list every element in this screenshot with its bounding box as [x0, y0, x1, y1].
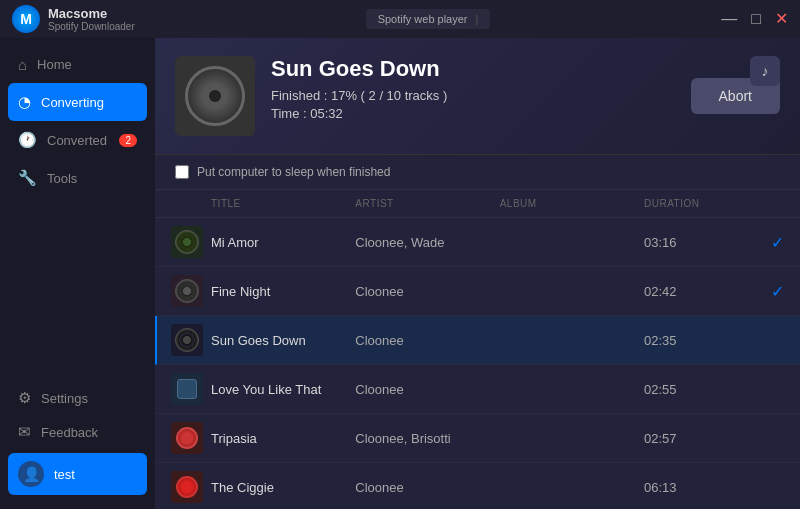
- album-art-disc: [185, 66, 245, 126]
- app-subtitle: Spotify Downloader: [48, 21, 135, 32]
- track-name: The Ciggie: [211, 480, 274, 495]
- track-thumb-cell: [171, 373, 211, 405]
- track-title-cell: Sun Goes Down: [211, 333, 355, 348]
- sidebar-item-settings-label: Settings: [41, 391, 88, 406]
- track-list: TITLE ARTIST ALBUM DURATION Mi Amor Cloo…: [155, 190, 800, 509]
- sidebar-item-home[interactable]: ⌂ Home: [0, 46, 155, 83]
- spotify-label: Spotify web player: [378, 13, 468, 25]
- track-title-cell: Mi Amor: [211, 235, 355, 250]
- track-status: ✓: [744, 233, 784, 252]
- sidebar-spacer: [0, 197, 155, 381]
- home-icon: ⌂: [18, 56, 27, 73]
- sidebar-item-tools-label: Tools: [47, 171, 77, 186]
- converting-icon: ◔: [18, 93, 31, 111]
- titlebar-controls: — □ ✕: [721, 11, 788, 27]
- minimize-button[interactable]: —: [721, 11, 737, 27]
- track-thumb-cell: [171, 324, 211, 356]
- sidebar-item-feedback[interactable]: ✉ Feedback: [0, 415, 155, 449]
- track-artist: Cloonee, Wade: [355, 235, 499, 250]
- track-title-cell: The Ciggie: [211, 480, 355, 495]
- track-row[interactable]: Tripasia Cloonee, Brisotti 02:57: [155, 414, 800, 463]
- track-row[interactable]: Mi Amor Cloonee, Wade 03:16 ✓: [155, 218, 800, 267]
- avatar: 👤: [18, 461, 44, 487]
- track-name: Love You Like That: [211, 382, 321, 397]
- track-title-cell: Love You Like That: [211, 382, 355, 397]
- content-area: Sun Goes Down Finished : 17% ( 2 / 10 tr…: [155, 38, 800, 509]
- app-branding: M Macsome Spotify Downloader: [12, 5, 135, 33]
- maximize-button[interactable]: □: [751, 11, 761, 27]
- user-item[interactable]: 👤 test: [8, 453, 147, 495]
- app-name-block: Macsome Spotify Downloader: [48, 6, 135, 32]
- track-duration: 02:57: [644, 431, 744, 446]
- user-name: test: [54, 467, 75, 482]
- track-artist: Cloonee: [355, 284, 499, 299]
- sidebar: ⌂ Home ◔ Converting 🕐 Converted 2 🔧 Tool…: [0, 38, 155, 509]
- convert-title: Sun Goes Down: [271, 56, 675, 82]
- music-note-button[interactable]: ♪: [750, 56, 780, 86]
- track-duration: 02:35: [644, 333, 744, 348]
- music-note-icon: ♪: [762, 63, 769, 79]
- sleep-checkbox[interactable]: [175, 165, 189, 179]
- album-art-center: [209, 90, 221, 102]
- track-name: Tripasia: [211, 431, 257, 446]
- track-artist: Cloonee, Brisotti: [355, 431, 499, 446]
- close-button[interactable]: ✕: [775, 11, 788, 27]
- convert-info: Sun Goes Down Finished : 17% ( 2 / 10 tr…: [271, 56, 675, 121]
- sidebar-item-home-label: Home: [37, 57, 72, 72]
- convert-header: Sun Goes Down Finished : 17% ( 2 / 10 tr…: [155, 38, 800, 155]
- track-duration: 02:42: [644, 284, 744, 299]
- track-title-cell: Fine Night: [211, 284, 355, 299]
- sidebar-item-converting[interactable]: ◔ Converting: [8, 83, 147, 121]
- track-row[interactable]: Fine Night Cloonee 02:42 ✓: [155, 267, 800, 316]
- track-thumb-cell: [171, 422, 211, 454]
- track-thumb-cell: [171, 275, 211, 307]
- sidebar-item-tools[interactable]: 🔧 Tools: [0, 159, 155, 197]
- main-layout: ⌂ Home ◔ Converting 🕐 Converted 2 🔧 Tool…: [0, 38, 800, 509]
- header-status: [744, 198, 784, 209]
- track-title-cell: Tripasia: [211, 431, 355, 446]
- sidebar-item-converted-label: Converted: [47, 133, 107, 148]
- titlebar-separator: |: [476, 13, 479, 25]
- track-duration: 02:55: [644, 382, 744, 397]
- track-thumb-cell: [171, 226, 211, 258]
- track-duration: 06:13: [644, 480, 744, 495]
- header-artist: ARTIST: [355, 198, 499, 209]
- header-title: TITLE: [211, 198, 355, 209]
- track-name: Sun Goes Down: [211, 333, 306, 348]
- sleep-row: Put computer to sleep when finished: [155, 155, 800, 190]
- track-name: Fine Night: [211, 284, 270, 299]
- track-row[interactable]: The Ciggie Cloonee 06:13: [155, 463, 800, 509]
- track-header: TITLE ARTIST ALBUM DURATION: [155, 190, 800, 218]
- track-artist: Cloonee: [355, 480, 499, 495]
- converted-icon: 🕐: [18, 131, 37, 149]
- sidebar-item-converted[interactable]: 🕐 Converted 2: [0, 121, 155, 159]
- sidebar-item-settings[interactable]: ⚙ Settings: [0, 381, 155, 415]
- sidebar-item-feedback-label: Feedback: [41, 425, 98, 440]
- track-artist: Cloonee: [355, 333, 499, 348]
- sleep-label: Put computer to sleep when finished: [197, 165, 390, 179]
- sidebar-bottom: ⚙ Settings ✉ Feedback 👤 test: [0, 381, 155, 509]
- track-duration: 03:16: [644, 235, 744, 250]
- track-row[interactable]: Sun Goes Down Cloonee 02:35: [155, 316, 800, 365]
- track-row[interactable]: Love You Like That Cloonee 02:55: [155, 365, 800, 414]
- sidebar-item-converting-label: Converting: [41, 95, 104, 110]
- convert-time: Time : 05:32: [271, 106, 675, 121]
- user-icon: 👤: [23, 466, 40, 482]
- converted-badge: 2: [119, 134, 137, 147]
- album-art: [175, 56, 255, 136]
- settings-icon: ⚙: [18, 389, 31, 407]
- app-name: Macsome: [48, 6, 135, 21]
- header-duration: DURATION: [644, 198, 744, 209]
- titlebar-center: Spotify web player |: [366, 9, 491, 29]
- header-album: ALBUM: [500, 198, 644, 209]
- track-thumb-cell: [171, 471, 211, 503]
- tools-icon: 🔧: [18, 169, 37, 187]
- track-name: Mi Amor: [211, 235, 259, 250]
- header-thumb: [171, 198, 211, 209]
- convert-progress-text: Finished : 17% ( 2 / 10 tracks ): [271, 88, 675, 103]
- track-artist: Cloonee: [355, 382, 499, 397]
- track-status: ✓: [744, 282, 784, 301]
- titlebar: M Macsome Spotify Downloader Spotify web…: [0, 0, 800, 38]
- feedback-icon: ✉: [18, 423, 31, 441]
- track-rows: Mi Amor Cloonee, Wade 03:16 ✓ Fine Night…: [155, 218, 800, 509]
